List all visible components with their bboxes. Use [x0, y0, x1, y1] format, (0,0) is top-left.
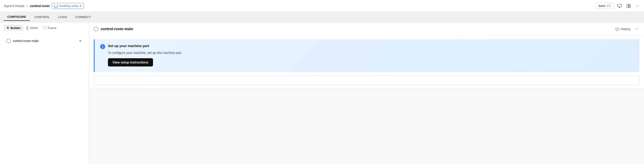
- sidebar-tab-json[interactable]: {} JSON: [24, 25, 40, 31]
- panel-ellipsis-icon: ···: [635, 26, 638, 31]
- top-bar-right: Save ⌘S ···: [595, 2, 640, 9]
- breadcrumb-current: control-rover: [30, 4, 50, 8]
- breadcrumb-home[interactable]: Joyce's House: [4, 4, 24, 8]
- chevron-down-icon: ▾: [80, 4, 82, 7]
- tab-connect[interactable]: CONNECT: [72, 13, 95, 20]
- panel-part-icon: [94, 27, 98, 31]
- save-shortcut: ⌘S: [606, 4, 611, 7]
- svg-rect-3: [627, 4, 628, 7]
- main-layout: ✕ Builder {} JSON ⛶ Frame control-rover-…: [0, 22, 644, 164]
- add-part-button[interactable]: +: [78, 38, 82, 44]
- dashed-placeholder: [94, 76, 640, 85]
- panel-header-left: control-rover-main: [94, 27, 133, 31]
- save-label: Save: [598, 4, 605, 7]
- builder-label: Builder: [10, 26, 21, 30]
- status-badge[interactable]: Awaiting setup ▾: [52, 3, 84, 9]
- more-options-button[interactable]: ···: [634, 2, 640, 9]
- panel-more-button[interactable]: ···: [634, 25, 640, 32]
- history-icon: [616, 27, 619, 31]
- list-item[interactable]: control-rover-main +: [4, 36, 85, 45]
- ellipsis-icon: ···: [636, 3, 639, 8]
- top-bar-left: Joyce's House > control-rover Awaiting s…: [4, 3, 84, 9]
- json-label: JSON: [30, 26, 38, 30]
- panel-title: control-rover-main: [100, 27, 133, 31]
- info-icon: i: [100, 44, 105, 49]
- banner-subtitle: To configure your machine, set up this m…: [108, 51, 634, 55]
- history-button[interactable]: History: [614, 26, 632, 32]
- svg-rect-5: [629, 6, 630, 7]
- svg-rect-4: [629, 4, 630, 6]
- panel-header-right: History ···: [614, 25, 640, 32]
- sidebar-tab-builder[interactable]: ✕ Builder: [4, 25, 24, 31]
- sidebar-tab-frame[interactable]: ⛶ Frame: [40, 25, 59, 31]
- sidebar-items: control-rover-main +: [0, 34, 89, 48]
- nav-tabs: CONFIGURE CONTROL LOGS CONNECT: [0, 12, 644, 22]
- breadcrumb-separator: >: [26, 4, 28, 8]
- history-label: History: [620, 27, 630, 31]
- layout-icon-button[interactable]: [625, 3, 632, 9]
- sidebar-view-tabs: ✕ Builder {} JSON ⛶ Frame: [0, 22, 89, 34]
- part-icon: [6, 39, 11, 43]
- sidebar: ✕ Builder {} JSON ⛶ Frame control-rover-…: [0, 22, 89, 164]
- banner-title: Set up your machine part: [108, 44, 149, 48]
- content-area: control-rover-main History ···: [89, 22, 644, 164]
- part-name: control-rover-main: [13, 39, 39, 43]
- view-setup-button[interactable]: View setup instructions: [108, 58, 153, 66]
- tab-control[interactable]: CONTROL: [31, 13, 54, 20]
- save-button[interactable]: Save ⌘S: [595, 3, 614, 9]
- frame-label: Frame: [48, 26, 56, 30]
- sidebar-item-left: control-rover-main: [6, 39, 39, 43]
- builder-icon: ✕: [6, 26, 9, 30]
- tab-logs[interactable]: LOGS: [55, 13, 71, 20]
- tab-configure[interactable]: CONFIGURE: [4, 13, 30, 21]
- status-label: Awaiting setup: [59, 4, 78, 7]
- awaiting-spin-icon: [54, 4, 58, 8]
- display-icon-button[interactable]: [616, 3, 623, 9]
- panel-header: control-rover-main History ···: [89, 22, 644, 36]
- banner-header: i Set up your machine part: [100, 44, 634, 49]
- svg-rect-0: [618, 4, 622, 7]
- setup-banner: i Set up your machine part To configure …: [94, 39, 640, 72]
- content-panel: control-rover-main History ···: [89, 22, 644, 89]
- top-bar: Joyce's House > control-rover Awaiting s…: [0, 0, 644, 12]
- frame-icon: ⛶: [43, 26, 46, 30]
- json-icon: {}: [26, 26, 28, 30]
